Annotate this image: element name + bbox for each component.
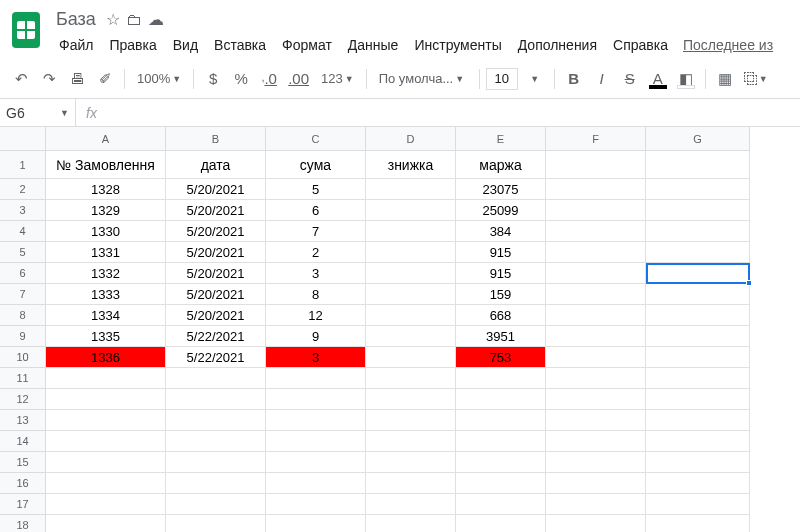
cell[interactable]: 1332 [46, 263, 166, 284]
cell[interactable] [546, 452, 646, 473]
cell[interactable] [546, 242, 646, 263]
cell[interactable] [366, 179, 456, 200]
row-header[interactable]: 11 [0, 368, 46, 389]
star-icon[interactable]: ☆ [106, 10, 120, 29]
cell[interactable] [646, 326, 750, 347]
font-family-dropdown[interactable]: По умолча... ▼ [373, 66, 473, 92]
menu-view[interactable]: Вид [166, 33, 205, 57]
row-header[interactable]: 10 [0, 347, 46, 368]
menu-help[interactable]: Справка [606, 33, 675, 57]
cell[interactable]: 1335 [46, 326, 166, 347]
cell[interactable] [166, 494, 266, 515]
fill-color-button[interactable]: ◧ [673, 66, 699, 92]
cell[interactable]: 3 [266, 263, 366, 284]
column-header[interactable]: C [266, 127, 366, 151]
row-header[interactable]: 6 [0, 263, 46, 284]
cell[interactable]: 3 [266, 347, 366, 368]
cell[interactable]: 9 [266, 326, 366, 347]
cell[interactable]: 8 [266, 284, 366, 305]
cell[interactable] [366, 284, 456, 305]
cell[interactable] [646, 305, 750, 326]
move-icon[interactable]: 🗀 [126, 11, 142, 29]
spreadsheet-grid[interactable]: ABCDEFG1№ Замовленнядатасумазнижкамаржа2… [0, 127, 800, 532]
cell[interactable] [366, 263, 456, 284]
cell[interactable] [266, 452, 366, 473]
cell[interactable]: 5/20/2021 [166, 305, 266, 326]
column-header[interactable]: F [546, 127, 646, 151]
cell[interactable] [266, 410, 366, 431]
cell[interactable]: 5 [266, 179, 366, 200]
cell[interactable]: 5/20/2021 [166, 179, 266, 200]
column-header[interactable]: A [46, 127, 166, 151]
cell[interactable] [546, 263, 646, 284]
row-header[interactable]: 4 [0, 221, 46, 242]
cell[interactable]: 23075 [456, 179, 546, 200]
cell[interactable] [646, 347, 750, 368]
cell[interactable] [366, 389, 456, 410]
text-color-button[interactable]: A [645, 66, 671, 92]
cell[interactable] [546, 494, 646, 515]
cell[interactable]: 5/22/2021 [166, 347, 266, 368]
cell[interactable] [546, 347, 646, 368]
more-formats-dropdown[interactable]: 123 ▼ [315, 66, 360, 92]
cell[interactable] [166, 452, 266, 473]
sheets-logo[interactable] [8, 6, 44, 54]
cell[interactable]: 1334 [46, 305, 166, 326]
row-header[interactable]: 12 [0, 389, 46, 410]
undo-icon[interactable]: ↶ [8, 66, 34, 92]
cell[interactable] [46, 431, 166, 452]
row-header[interactable]: 8 [0, 305, 46, 326]
cell[interactable]: 5/22/2021 [166, 326, 266, 347]
menu-format[interactable]: Формат [275, 33, 339, 57]
cell[interactable] [646, 515, 750, 532]
cell[interactable] [366, 452, 456, 473]
cell[interactable] [546, 284, 646, 305]
cell[interactable] [456, 494, 546, 515]
cell[interactable] [546, 200, 646, 221]
row-header[interactable]: 18 [0, 515, 46, 532]
cell[interactable] [46, 494, 166, 515]
cell[interactable] [646, 431, 750, 452]
cell[interactable]: 1330 [46, 221, 166, 242]
cell[interactable]: сума [266, 151, 366, 179]
cell[interactable] [166, 515, 266, 532]
zoom-dropdown[interactable]: 100% ▼ [131, 66, 187, 92]
cell[interactable] [366, 473, 456, 494]
italic-button[interactable]: I [589, 66, 615, 92]
cell[interactable]: дата [166, 151, 266, 179]
row-header[interactable]: 14 [0, 431, 46, 452]
cell[interactable]: маржа [456, 151, 546, 179]
merge-button[interactable]: ⿻ ▼ [740, 66, 772, 92]
cell[interactable] [46, 515, 166, 532]
cell[interactable]: 915 [456, 263, 546, 284]
format-percent[interactable]: % [228, 66, 254, 92]
cell[interactable] [646, 284, 750, 305]
cell[interactable] [646, 494, 750, 515]
cell[interactable] [166, 473, 266, 494]
font-size-input[interactable]: 10 [486, 68, 518, 90]
cell[interactable] [366, 242, 456, 263]
increase-decimal[interactable]: .00 [284, 66, 313, 92]
cell[interactable] [646, 452, 750, 473]
row-header[interactable]: 1 [0, 151, 46, 179]
redo-icon[interactable]: ↷ [36, 66, 62, 92]
cell[interactable] [546, 368, 646, 389]
cell[interactable] [166, 368, 266, 389]
cell[interactable] [366, 515, 456, 532]
cell[interactable] [46, 452, 166, 473]
cell[interactable] [546, 326, 646, 347]
menu-addons[interactable]: Дополнения [511, 33, 604, 57]
bold-button[interactable]: B [561, 66, 587, 92]
cell[interactable] [266, 389, 366, 410]
cell[interactable] [546, 410, 646, 431]
cell[interactable] [646, 368, 750, 389]
row-header[interactable]: 15 [0, 452, 46, 473]
column-header[interactable]: B [166, 127, 266, 151]
cell[interactable] [546, 179, 646, 200]
cell[interactable] [456, 473, 546, 494]
cell[interactable] [456, 389, 546, 410]
cell[interactable] [646, 151, 750, 179]
cell[interactable] [366, 431, 456, 452]
cloud-icon[interactable]: ☁ [148, 10, 164, 29]
cell[interactable] [266, 368, 366, 389]
